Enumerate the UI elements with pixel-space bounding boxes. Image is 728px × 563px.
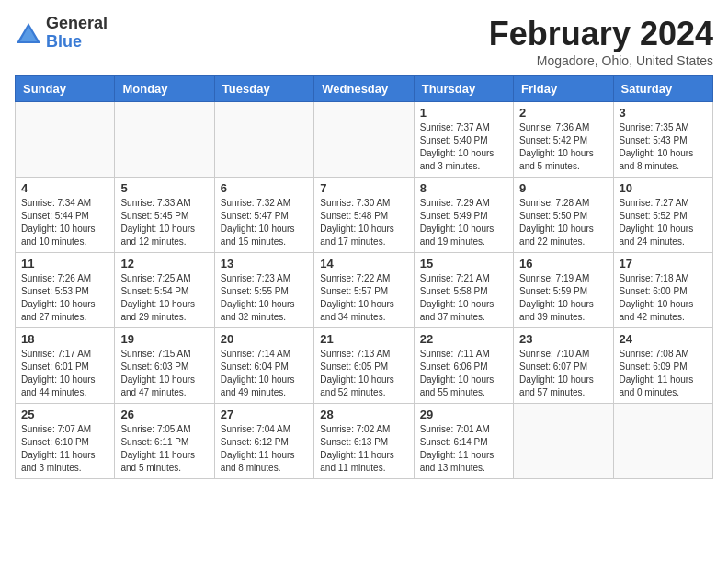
calendar-cell: 1Sunrise: 7:37 AM Sunset: 5:40 PM Daylig… xyxy=(414,102,513,178)
calendar-cell: 3Sunrise: 7:35 AM Sunset: 5:43 PM Daylig… xyxy=(613,102,712,178)
day-info: Sunrise: 7:15 AM Sunset: 6:03 PM Dayligh… xyxy=(120,348,208,399)
calendar-cell: 10Sunrise: 7:27 AM Sunset: 5:52 PM Dayli… xyxy=(613,178,712,253)
day-info: Sunrise: 7:37 AM Sunset: 5:40 PM Dayligh… xyxy=(420,121,507,173)
calendar-week-3: 11Sunrise: 7:26 AM Sunset: 5:53 PM Dayli… xyxy=(16,253,713,328)
weekday-header-monday: Monday xyxy=(115,76,214,102)
calendar-cell xyxy=(613,404,712,479)
logo-icon xyxy=(15,19,42,47)
calendar-week-1: 1Sunrise: 7:37 AM Sunset: 5:40 PM Daylig… xyxy=(16,102,713,178)
day-number: 21 xyxy=(320,332,407,346)
day-info: Sunrise: 7:32 AM Sunset: 5:47 PM Dayligh… xyxy=(221,197,308,248)
day-number: 11 xyxy=(21,257,108,270)
day-number: 25 xyxy=(21,408,108,421)
day-info: Sunrise: 7:13 AM Sunset: 6:05 PM Dayligh… xyxy=(320,348,407,399)
calendar-cell: 19Sunrise: 7:15 AM Sunset: 6:03 PM Dayli… xyxy=(115,328,214,404)
day-number: 24 xyxy=(620,332,707,346)
day-number: 17 xyxy=(620,257,707,270)
calendar-cell: 16Sunrise: 7:19 AM Sunset: 5:59 PM Dayli… xyxy=(514,253,613,328)
calendar-cell: 14Sunrise: 7:22 AM Sunset: 5:57 PM Dayli… xyxy=(314,253,414,328)
day-info: Sunrise: 7:01 AM Sunset: 6:14 PM Dayligh… xyxy=(420,423,507,475)
calendar-cell: 7Sunrise: 7:30 AM Sunset: 5:48 PM Daylig… xyxy=(314,178,414,253)
calendar-cell: 29Sunrise: 7:01 AM Sunset: 6:14 PM Dayli… xyxy=(414,404,513,479)
calendar-cell: 21Sunrise: 7:13 AM Sunset: 6:05 PM Dayli… xyxy=(314,328,414,404)
weekday-header-wednesday: Wednesday xyxy=(314,76,414,102)
day-number: 7 xyxy=(320,181,407,195)
day-info: Sunrise: 7:33 AM Sunset: 5:45 PM Dayligh… xyxy=(120,197,208,248)
day-number: 4 xyxy=(21,181,108,195)
calendar-cell: 25Sunrise: 7:07 AM Sunset: 6:10 PM Dayli… xyxy=(16,404,115,479)
day-info: Sunrise: 7:29 AM Sunset: 5:49 PM Dayligh… xyxy=(420,197,507,248)
day-info: Sunrise: 7:05 AM Sunset: 6:11 PM Dayligh… xyxy=(120,423,208,475)
weekday-header-tuesday: Tuesday xyxy=(214,76,313,102)
day-info: Sunrise: 7:19 AM Sunset: 5:59 PM Dayligh… xyxy=(519,272,607,324)
day-info: Sunrise: 7:11 AM Sunset: 6:06 PM Dayligh… xyxy=(420,348,507,399)
weekday-header-sunday: Sunday xyxy=(16,76,115,102)
calendar-cell: 18Sunrise: 7:17 AM Sunset: 6:01 PM Dayli… xyxy=(16,328,115,404)
day-info: Sunrise: 7:18 AM Sunset: 6:00 PM Dayligh… xyxy=(620,272,707,324)
day-number: 29 xyxy=(420,408,507,421)
calendar-week-4: 18Sunrise: 7:17 AM Sunset: 6:01 PM Dayli… xyxy=(16,328,713,404)
day-number: 9 xyxy=(519,181,607,195)
logo-general-text: General xyxy=(46,15,108,33)
weekday-header-friday: Friday xyxy=(514,76,613,102)
calendar-cell xyxy=(115,102,214,178)
day-info: Sunrise: 7:34 AM Sunset: 5:44 PM Dayligh… xyxy=(21,197,108,248)
day-info: Sunrise: 7:17 AM Sunset: 6:01 PM Dayligh… xyxy=(21,348,108,399)
day-info: Sunrise: 7:22 AM Sunset: 5:57 PM Dayligh… xyxy=(320,272,407,324)
calendar-cell xyxy=(16,102,115,178)
day-info: Sunrise: 7:28 AM Sunset: 5:50 PM Dayligh… xyxy=(519,197,607,248)
calendar-cell: 23Sunrise: 7:10 AM Sunset: 6:07 PM Dayli… xyxy=(514,328,613,404)
calendar-cell: 28Sunrise: 7:02 AM Sunset: 6:13 PM Dayli… xyxy=(314,404,414,479)
page-header: General Blue February 2024 Mogadore, Ohi… xyxy=(15,15,713,68)
day-info: Sunrise: 7:21 AM Sunset: 5:58 PM Dayligh… xyxy=(420,272,507,324)
calendar-week-2: 4Sunrise: 7:34 AM Sunset: 5:44 PM Daylig… xyxy=(16,178,713,253)
calendar-cell: 20Sunrise: 7:14 AM Sunset: 6:04 PM Dayli… xyxy=(214,328,313,404)
day-info: Sunrise: 7:25 AM Sunset: 5:54 PM Dayligh… xyxy=(120,272,208,324)
day-number: 27 xyxy=(221,408,308,421)
day-info: Sunrise: 7:35 AM Sunset: 5:43 PM Dayligh… xyxy=(620,121,707,173)
calendar-cell: 27Sunrise: 7:04 AM Sunset: 6:12 PM Dayli… xyxy=(214,404,313,479)
day-number: 22 xyxy=(420,332,507,346)
calendar-cell: 2Sunrise: 7:36 AM Sunset: 5:42 PM Daylig… xyxy=(514,102,613,178)
day-number: 16 xyxy=(519,257,607,270)
day-number: 14 xyxy=(320,257,407,270)
day-info: Sunrise: 7:14 AM Sunset: 6:04 PM Dayligh… xyxy=(221,348,308,399)
location-text: Mogadore, Ohio, United States xyxy=(489,53,713,68)
day-number: 6 xyxy=(221,181,308,195)
day-number: 1 xyxy=(420,106,507,120)
day-info: Sunrise: 7:27 AM Sunset: 5:52 PM Dayligh… xyxy=(620,197,707,248)
day-number: 3 xyxy=(620,106,707,120)
calendar-cell xyxy=(214,102,313,178)
calendar-cell: 12Sunrise: 7:25 AM Sunset: 5:54 PM Dayli… xyxy=(115,253,214,328)
calendar-cell: 17Sunrise: 7:18 AM Sunset: 6:00 PM Dayli… xyxy=(613,253,712,328)
day-number: 26 xyxy=(120,408,208,421)
day-number: 5 xyxy=(120,181,208,195)
day-number: 18 xyxy=(21,332,108,346)
weekday-header-saturday: Saturday xyxy=(613,76,712,102)
day-number: 15 xyxy=(420,257,507,270)
calendar-cell: 9Sunrise: 7:28 AM Sunset: 5:50 PM Daylig… xyxy=(514,178,613,253)
day-number: 23 xyxy=(519,332,607,346)
calendar-cell xyxy=(514,404,613,479)
calendar-cell: 4Sunrise: 7:34 AM Sunset: 5:44 PM Daylig… xyxy=(16,178,115,253)
day-number: 20 xyxy=(221,332,308,346)
day-info: Sunrise: 7:07 AM Sunset: 6:10 PM Dayligh… xyxy=(21,423,108,475)
day-number: 28 xyxy=(320,408,407,421)
calendar-cell: 13Sunrise: 7:23 AM Sunset: 5:55 PM Dayli… xyxy=(214,253,313,328)
calendar-cell: 26Sunrise: 7:05 AM Sunset: 6:11 PM Dayli… xyxy=(115,404,214,479)
day-info: Sunrise: 7:02 AM Sunset: 6:13 PM Dayligh… xyxy=(320,423,407,475)
calendar-cell: 15Sunrise: 7:21 AM Sunset: 5:58 PM Dayli… xyxy=(414,253,513,328)
day-number: 12 xyxy=(120,257,208,270)
calendar-table: SundayMondayTuesdayWednesdayThursdayFrid… xyxy=(15,75,713,479)
calendar-cell: 11Sunrise: 7:26 AM Sunset: 5:53 PM Dayli… xyxy=(16,253,115,328)
calendar-cell: 5Sunrise: 7:33 AM Sunset: 5:45 PM Daylig… xyxy=(115,178,214,253)
calendar-cell xyxy=(314,102,414,178)
logo: General Blue xyxy=(15,15,108,52)
day-info: Sunrise: 7:10 AM Sunset: 6:07 PM Dayligh… xyxy=(519,348,607,399)
day-number: 19 xyxy=(120,332,208,346)
month-title: February 2024 xyxy=(489,15,713,53)
day-info: Sunrise: 7:08 AM Sunset: 6:09 PM Dayligh… xyxy=(620,348,707,399)
calendar-week-5: 25Sunrise: 7:07 AM Sunset: 6:10 PM Dayli… xyxy=(16,404,713,479)
logo-blue-text: Blue xyxy=(46,33,108,52)
day-info: Sunrise: 7:04 AM Sunset: 6:12 PM Dayligh… xyxy=(221,423,308,475)
